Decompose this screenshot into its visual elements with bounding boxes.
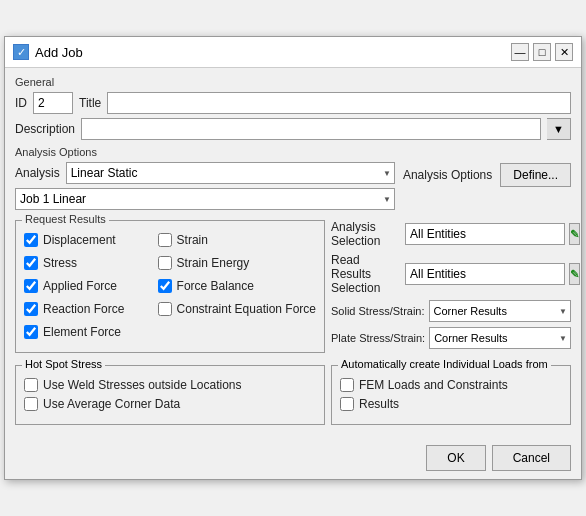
title-input[interactable] xyxy=(107,92,571,114)
id-input[interactable] xyxy=(33,92,73,114)
define-button[interactable]: Define... xyxy=(500,163,571,187)
analysis-selection-edit-btn[interactable]: ✎ xyxy=(569,223,580,245)
use-weld-label: Use Weld Stresses outside Locations xyxy=(43,378,242,392)
results-checkboxes: Displacement Strain Stress xyxy=(24,233,316,344)
analysis-label: Analysis xyxy=(15,166,60,180)
strain-energy-label: Strain Energy xyxy=(177,256,250,270)
analysis-options-label: Analysis Options xyxy=(403,168,492,182)
id-label: ID xyxy=(15,96,27,110)
strain-checkbox[interactable] xyxy=(158,233,172,247)
stress-row: Stress xyxy=(24,256,142,270)
right-panel: Analysis Selection ✎ Read Results Select… xyxy=(331,220,571,359)
hot-spot-group: Hot Spot Stress Use Weld Stresses outsid… xyxy=(15,365,325,425)
results-auto-label: Results xyxy=(359,397,399,411)
description-label: Description xyxy=(15,122,75,136)
cancel-button[interactable]: Cancel xyxy=(492,445,571,471)
analysis-options-section: Analysis Options Analysis Linear Static xyxy=(15,146,571,214)
strain-row: Strain xyxy=(158,233,316,247)
auto-create-group: Automatically create Individual Loads fr… xyxy=(331,365,571,425)
job-row: Job 1 Linear xyxy=(15,188,395,210)
left-panel: Request Results Displacement Strain xyxy=(15,220,325,359)
auto-create-content: FEM Loads and Constraints Results xyxy=(340,378,562,411)
job-select[interactable]: Job 1 Linear xyxy=(15,188,395,210)
id-title-row: ID Title xyxy=(15,92,571,114)
job-select-wrapper: Job 1 Linear xyxy=(15,188,395,210)
close-button[interactable]: ✕ xyxy=(555,43,573,61)
reaction-force-row: Reaction Force xyxy=(24,302,142,316)
element-force-checkbox[interactable] xyxy=(24,325,38,339)
analysis-selection-input[interactable] xyxy=(405,223,565,245)
description-input[interactable] xyxy=(81,118,541,140)
reaction-force-label: Reaction Force xyxy=(43,302,124,316)
analysis-select[interactable]: Linear Static xyxy=(66,162,395,184)
results-auto-row: Results xyxy=(340,397,562,411)
applied-force-row: Applied Force xyxy=(24,279,142,293)
plate-stress-select[interactable]: Corner Results Centroid Results xyxy=(429,327,571,349)
general-section: General ID Title Description ▼ xyxy=(15,76,571,140)
plate-stress-label: Plate Stress/Strain: xyxy=(331,332,425,344)
general-label: General xyxy=(15,76,571,88)
use-average-checkbox[interactable] xyxy=(24,397,38,411)
force-balance-row: Force Balance xyxy=(158,279,316,293)
constraint-eq-label: Constraint Equation Force xyxy=(177,302,316,316)
reaction-force-checkbox[interactable] xyxy=(24,302,38,316)
auto-create-section: Automatically create Individual Loads fr… xyxy=(331,365,571,431)
analysis-type-row: Analysis Linear Static xyxy=(15,162,395,184)
stress-label: Stress xyxy=(43,256,77,270)
analysis-select-wrapper: Linear Static xyxy=(66,162,395,184)
strain-energy-row: Strain Energy xyxy=(158,256,316,270)
analysis-selection-label: Analysis Selection xyxy=(331,220,401,248)
analysis-left: Analysis Linear Static Job 1 Linear xyxy=(15,162,395,214)
use-average-label: Use Average Corner Data xyxy=(43,397,180,411)
title-checkbox-icon: ✓ xyxy=(13,44,29,60)
description-row: Description ▼ xyxy=(15,118,571,140)
strain-energy-checkbox[interactable] xyxy=(158,256,172,270)
displacement-label: Displacement xyxy=(43,233,116,247)
use-weld-checkbox[interactable] xyxy=(24,378,38,392)
description-dropdown-btn[interactable]: ▼ xyxy=(547,118,571,140)
results-grid: Displacement Strain Stress xyxy=(24,233,316,344)
title-label: Title xyxy=(79,96,101,110)
request-results-title: Request Results xyxy=(22,213,109,225)
constraint-eq-row: Constraint Equation Force xyxy=(158,302,316,316)
read-results-row: Read Results Selection ✎ xyxy=(331,253,571,295)
strain-label: Strain xyxy=(177,233,208,247)
force-balance-checkbox[interactable] xyxy=(158,279,172,293)
analysis-options-row: Analysis Linear Static Job 1 Linear xyxy=(15,162,571,214)
ok-button[interactable]: OK xyxy=(426,445,485,471)
title-bar-left: ✓ Add Job xyxy=(13,44,83,60)
main-body: Request Results Displacement Strain xyxy=(15,220,571,359)
analysis-options-right: Analysis Options Define... xyxy=(403,162,571,187)
force-balance-label: Force Balance xyxy=(177,279,254,293)
use-weld-row: Use Weld Stresses outside Locations xyxy=(24,378,316,392)
results-auto-checkbox[interactable] xyxy=(340,397,354,411)
main-window: ✓ Add Job — □ ✕ General ID Title Descrip… xyxy=(4,36,582,480)
read-results-input[interactable] xyxy=(405,263,565,285)
fem-loads-label: FEM Loads and Constraints xyxy=(359,378,508,392)
solid-stress-select[interactable]: Corner Results Centroid Results xyxy=(429,300,571,322)
use-average-row: Use Average Corner Data xyxy=(24,397,316,411)
maximize-button[interactable]: □ xyxy=(533,43,551,61)
window-title: Add Job xyxy=(35,45,83,60)
stress-checkbox[interactable] xyxy=(24,256,38,270)
solid-stress-select-wrapper: Corner Results Centroid Results xyxy=(429,300,571,322)
fem-loads-checkbox[interactable] xyxy=(340,378,354,392)
auto-create-title: Automatically create Individual Loads fr… xyxy=(338,358,551,370)
hot-spot-title: Hot Spot Stress xyxy=(22,358,105,370)
minimize-button[interactable]: — xyxy=(511,43,529,61)
element-force-row: Element Force xyxy=(24,325,142,339)
read-results-edit-btn[interactable]: ✎ xyxy=(569,263,580,285)
request-results-group: Request Results Displacement Strain xyxy=(15,220,325,353)
applied-force-checkbox[interactable] xyxy=(24,279,38,293)
element-force-label: Element Force xyxy=(43,325,121,339)
hot-spot-section: Hot Spot Stress Use Weld Stresses outsid… xyxy=(15,365,325,431)
title-bar-controls: — □ ✕ xyxy=(511,43,573,61)
analysis-selection-row: Analysis Selection ✎ xyxy=(331,220,571,248)
displacement-row: Displacement xyxy=(24,233,142,247)
displacement-checkbox[interactable] xyxy=(24,233,38,247)
solid-stress-label: Solid Stress/Strain: xyxy=(331,305,425,317)
applied-force-label: Applied Force xyxy=(43,279,117,293)
footer: OK Cancel xyxy=(5,439,581,479)
constraint-eq-checkbox[interactable] xyxy=(158,302,172,316)
content-area: General ID Title Description ▼ Analysis … xyxy=(5,68,581,439)
